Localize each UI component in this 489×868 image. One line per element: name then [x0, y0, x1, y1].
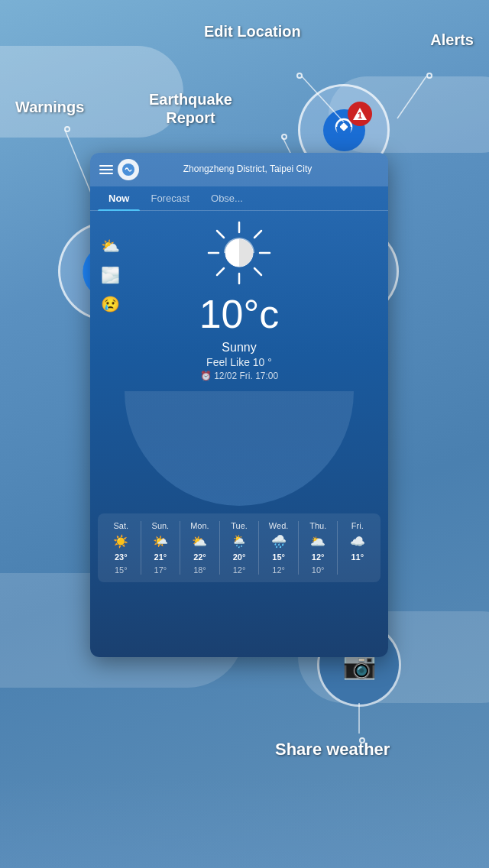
sun-svg	[205, 219, 274, 287]
alerts-label: Alerts	[430, 31, 474, 49]
weather-main: ⛅ 🌫️ 😢	[90, 211, 388, 391]
share-weather-label: Share weather	[275, 740, 390, 760]
high-sat: 23°	[115, 552, 128, 562]
high-mon: 22°	[193, 552, 206, 562]
edit-loc-dot	[296, 73, 303, 79]
nav-tabs: Now Forecast Obse...	[90, 186, 388, 211]
location-pin-container: 1	[317, 103, 371, 157]
low-tue: 12°	[233, 565, 246, 575]
svg-line-14	[217, 231, 224, 238]
weather-icon-2: 🌫️	[98, 263, 122, 287]
earthquake-dot	[281, 134, 287, 140]
forecast-sun: Sun. 🌤️ 21° 17°	[141, 521, 180, 575]
alert-number: 1	[358, 111, 362, 120]
bottom-reflection	[0, 776, 489, 868]
svg-line-15	[254, 268, 261, 275]
day-sun: Sun.	[152, 521, 170, 530]
low-wed: 12°	[272, 565, 285, 575]
forecast-table: Sat. ☀️ 23° 15° Sun. 🌤️ 21° 17° Mon. ⛅ 2…	[98, 513, 381, 582]
svg-line-16	[254, 231, 261, 238]
high-sun: 21°	[154, 552, 167, 562]
low-thu: 10°	[312, 565, 325, 575]
weather-condition: Sunny	[222, 341, 256, 355]
high-wed: 15°	[272, 552, 285, 562]
warnings-dot	[64, 126, 70, 132]
app-header: Zhongzheng District, Taipei City	[90, 153, 388, 186]
high-fri: 11°	[351, 552, 364, 562]
icon-tue: 🌦️	[232, 534, 247, 549]
weather-icon-3: 😢	[98, 292, 122, 316]
weather-icon-1: ⛅	[98, 234, 122, 258]
location-text: Zhongzheng District, Taipei City	[183, 164, 313, 176]
forecast-sat: Sat. ☀️ 23° 15°	[102, 521, 141, 575]
share-dot	[359, 737, 365, 743]
low-sun: 17°	[154, 565, 167, 575]
app-frame: Zhongzheng District, Taipei City Now For…	[90, 153, 388, 657]
day-wed: Wed.	[269, 521, 288, 530]
day-fri: Fri.	[351, 521, 364, 530]
earthquake-label: EarthquakeReport	[149, 90, 232, 127]
forecast-mon: Mon. ⛅ 22° 18°	[180, 521, 219, 575]
icon-sun: 🌤️	[153, 534, 168, 549]
day-thu: Thu.	[309, 521, 326, 530]
day-sat: Sat.	[114, 521, 129, 530]
icon-sat: ☀️	[113, 534, 128, 549]
edit-location-label: Edit Location	[204, 22, 301, 40]
high-tue: 20°	[233, 552, 246, 562]
temperature-display: 10°c	[199, 291, 280, 337]
sun-icon	[205, 219, 274, 287]
forecast-thu: Thu. 🌥️ 12° 10°	[299, 521, 338, 575]
alert-badge: 1	[348, 102, 372, 126]
feel-like: Feel Like 10 °	[206, 356, 272, 368]
icon-fri: ☁️	[350, 534, 365, 549]
forecast-fri: Fri. ☁️ 11°	[338, 521, 377, 575]
header-left	[99, 159, 139, 180]
high-thu: 12°	[312, 552, 325, 562]
warnings-label: Warnings	[15, 98, 84, 116]
day-tue: Tue.	[231, 521, 248, 530]
icon-mon: ⛅	[192, 534, 207, 549]
logo-icon	[121, 162, 136, 177]
hamburger-menu-icon[interactable]	[99, 165, 113, 174]
icon-thu: 🌥️	[310, 534, 325, 549]
alerts-dot	[426, 73, 432, 79]
forecast-tue: Tue. 🌦️ 20° 12°	[220, 521, 259, 575]
day-mon: Mon.	[190, 521, 209, 530]
tab-now[interactable]: Now	[98, 186, 140, 210]
svg-line-5	[397, 76, 426, 118]
datetime: ⏰ 12/02 Fri. 17:00	[200, 371, 278, 381]
tab-forecast[interactable]: Forecast	[140, 186, 200, 210]
svg-line-17	[217, 268, 224, 275]
low-sat: 15°	[115, 565, 128, 575]
forecast-row: Sat. ☀️ 23° 15° Sun. 🌤️ 21° 17° Mon. ⛅ 2…	[102, 521, 377, 575]
icon-wed: 🌧️	[271, 534, 287, 549]
forecast-wed: Wed. 🌧️ 15° 12°	[259, 521, 298, 575]
weather-logo	[118, 159, 139, 180]
low-mon: 18°	[193, 565, 206, 575]
left-side-icons: ⛅ 🌫️ 😢	[98, 234, 122, 316]
semi-circle-deco	[125, 391, 354, 506]
tab-observations[interactable]: Obse...	[200, 186, 254, 210]
